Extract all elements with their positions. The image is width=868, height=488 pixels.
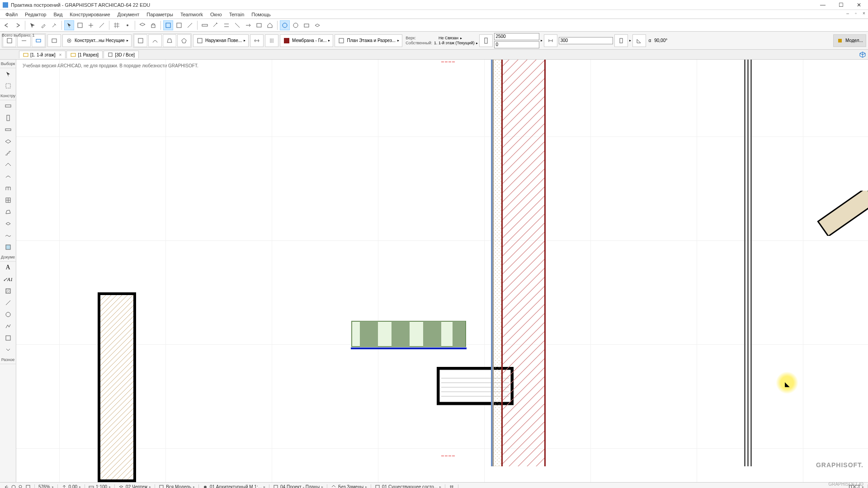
- home-button[interactable]: [265, 20, 275, 30]
- geo-straight[interactable]: [134, 34, 147, 47]
- zoom-value[interactable]: 576%▸: [35, 484, 58, 488]
- guideline-button[interactable]: [123, 20, 132, 30]
- status-filter[interactable]: 01 Существующее состо...▸: [371, 484, 445, 488]
- link-top-arrow[interactable]: ▸: [460, 36, 462, 40]
- slab-tool[interactable]: [2, 136, 14, 147]
- minimize-button[interactable]: —: [814, 0, 832, 10]
- tab-close-1[interactable]: ×: [59, 52, 62, 57]
- zone-tool[interactable]: [2, 242, 14, 253]
- curtain-wall-tool[interactable]: [2, 195, 14, 206]
- guideline2-button[interactable]: [232, 20, 242, 30]
- membrane-dropdown[interactable]: Мембрана - Ги... ▸: [280, 34, 333, 47]
- mesh-tool[interactable]: [2, 230, 14, 241]
- menu-terrain[interactable]: Terrain: [226, 11, 248, 18]
- column-element[interactable]: [98, 292, 136, 482]
- height-arrow[interactable]: ▸: [541, 38, 542, 42]
- height-bottom-input[interactable]: [494, 41, 539, 48]
- link-own-arrow[interactable]: ▸: [476, 41, 478, 45]
- wall-right[interactable]: [744, 60, 753, 466]
- pen-set[interactable]: 01 Архитектурный М 1:...▸: [199, 484, 269, 488]
- nav-buttons[interactable]: [0, 484, 35, 488]
- show-button-1[interactable]: [163, 20, 173, 30]
- wall-tool[interactable]: [2, 101, 14, 112]
- geo-polygon[interactable]: [177, 34, 191, 47]
- drawing-canvas[interactable]: Учебная версия ARCHICAD, не для продажи.…: [16, 60, 868, 482]
- flip-button[interactable]: [250, 34, 264, 47]
- model-filter[interactable]: Вся Модель▸: [155, 484, 199, 488]
- arrow-button[interactable]: [64, 20, 74, 30]
- polyline-tool[interactable]: [2, 321, 14, 332]
- morph-tool[interactable]: [2, 206, 14, 217]
- renovation[interactable]: Без Замены▸: [327, 484, 371, 488]
- tab-3d[interactable]: [3D / Все]: [104, 51, 139, 58]
- split-button[interactable]: [97, 20, 107, 30]
- energy-button[interactable]: [280, 20, 290, 30]
- menu-window[interactable]: Окно: [207, 11, 226, 18]
- pick-button[interactable]: [28, 20, 38, 30]
- line-tool[interactable]: [2, 297, 14, 308]
- redo-button[interactable]: [13, 20, 23, 30]
- height-top-input[interactable]: [494, 33, 539, 40]
- rotated-element[interactable]: [814, 191, 868, 236]
- suspend-groups-button[interactable]: [75, 20, 85, 30]
- tab-floorplan[interactable]: [1. 1-й этаж] ×: [19, 51, 66, 58]
- ruler-button[interactable]: [200, 20, 210, 30]
- show-button-2[interactable]: [174, 20, 184, 30]
- marquee-tool[interactable]: [2, 80, 14, 91]
- close-button[interactable]: ✕: [850, 0, 868, 10]
- layer-dropdown[interactable]: Конструкт...ны Несущие ▸: [62, 34, 132, 47]
- model-properties-button[interactable]: Модел...: [833, 34, 866, 47]
- tab-section[interactable]: [1 Разрез]: [66, 51, 103, 58]
- geo-trapezoid[interactable]: [163, 34, 176, 47]
- elevation[interactable]: 0,00▸: [58, 484, 85, 488]
- geo-curved[interactable]: [148, 34, 162, 47]
- layer-combo[interactable]: 02 Чертеж▸: [115, 484, 155, 488]
- doc-restore[interactable]: ▫: [852, 11, 860, 18]
- inject-button[interactable]: [49, 20, 59, 30]
- fill-tool[interactable]: [2, 286, 14, 296]
- composite-wall[interactable]: [491, 60, 552, 466]
- menu-help[interactable]: Помощь: [248, 11, 274, 18]
- reference-button[interactable]: [47, 34, 61, 47]
- drawing-tool[interactable]: [2, 333, 14, 343]
- grid-toggle[interactable]: [445, 484, 458, 488]
- standard-label[interactable]: ГОСТ▸: [458, 484, 868, 488]
- graphisoft-id[interactable]: GRAPHISOFT ID: [828, 482, 863, 487]
- text-tool[interactable]: A: [2, 262, 14, 273]
- roof-tool[interactable]: [2, 160, 14, 170]
- lock-button[interactable]: [148, 20, 158, 30]
- eyedropper-button[interactable]: [38, 20, 48, 30]
- extend-button[interactable]: [243, 20, 253, 30]
- rect-button[interactable]: [254, 20, 264, 30]
- scale[interactable]: 1:100▸: [85, 484, 115, 488]
- shell-tool[interactable]: [2, 171, 14, 182]
- thickness-input[interactable]: [559, 37, 613, 44]
- menu-design[interactable]: Конструирование: [66, 11, 113, 18]
- wall-segment-1[interactable]: [351, 319, 468, 356]
- menu-teamwork[interactable]: Teamwork: [177, 11, 207, 18]
- label-tool[interactable]: ↙A1: [2, 274, 14, 285]
- profile-dropdown[interactable]: Наружная Пове... ▸: [193, 34, 249, 47]
- model-button[interactable]: [312, 20, 322, 30]
- maximize-button[interactable]: ☐: [832, 0, 850, 10]
- distribute-button[interactable]: [222, 20, 231, 30]
- menu-file[interactable]: Файл: [2, 11, 21, 18]
- project-view[interactable]: 04 Проект - Планы▸: [269, 484, 327, 488]
- more-tool[interactable]: [2, 344, 14, 355]
- menu-view[interactable]: Вид: [50, 11, 66, 18]
- show-button-3[interactable]: [185, 20, 195, 30]
- beam-tool[interactable]: [2, 124, 14, 135]
- plan-dropdown[interactable]: План Этажа и Разрез... ▸: [335, 34, 402, 47]
- grid-snap-button[interactable]: [112, 20, 122, 30]
- camera-button[interactable]: [302, 20, 311, 30]
- column-tool[interactable]: [2, 113, 14, 123]
- menu-options[interactable]: Параметры: [143, 11, 177, 18]
- circle-tool[interactable]: [2, 309, 14, 320]
- menu-document[interactable]: Документ: [114, 11, 143, 18]
- trim-button[interactable]: [86, 20, 96, 30]
- arrow-tool[interactable]: [2, 69, 14, 80]
- undo-button[interactable]: [2, 20, 12, 30]
- railing-tool[interactable]: [2, 183, 14, 194]
- doc-minimize[interactable]: –: [844, 11, 852, 18]
- stair-tool[interactable]: [2, 148, 14, 159]
